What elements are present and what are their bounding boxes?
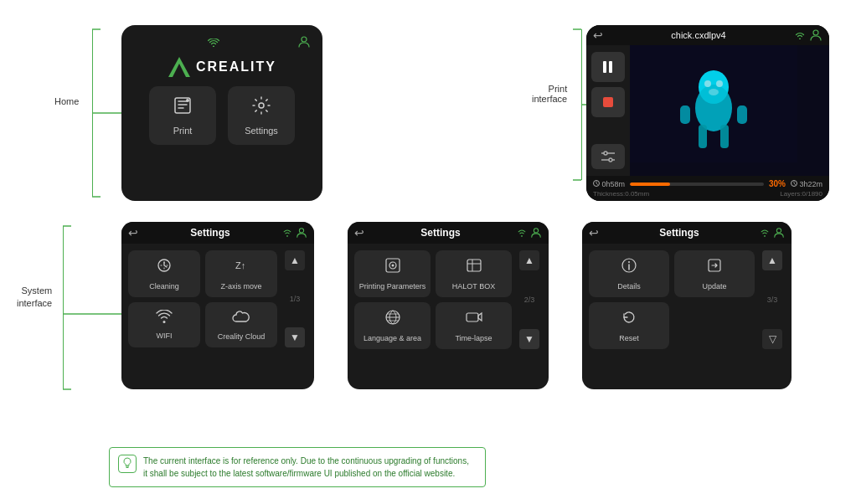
- svg-rect-42: [467, 260, 481, 271]
- settings-screen-1: ↩ Settings: [121, 222, 314, 389]
- settings-1-down-arrow[interactable]: ▼: [285, 327, 305, 347]
- settings-1-header: ↩ Settings: [121, 222, 314, 244]
- svg-text:Z↑: Z↑: [235, 260, 245, 270]
- print-icon: [173, 95, 193, 121]
- settings-screen-3: ↩ Settings: [582, 222, 792, 389]
- wifi-label: WIFI: [157, 332, 173, 340]
- settings-2-back-icon[interactable]: ↩: [354, 226, 364, 239]
- wifi-button[interactable]: WIFI: [128, 302, 200, 347]
- svg-point-17: [259, 103, 264, 108]
- print-top-icons: [794, 28, 822, 42]
- svg-rect-5: [581, 29, 582, 180]
- update-label: Update: [702, 282, 726, 291]
- home-wifi-icon: [208, 39, 219, 49]
- pause-icon: [603, 61, 613, 73]
- svg-point-32: [709, 89, 719, 95]
- wifi-settings-icon: [156, 310, 173, 327]
- settings-1-body: Cleaning Z↑ Z-axis move: [121, 244, 314, 354]
- settings-1-up-arrow[interactable]: ▲: [285, 250, 305, 270]
- print-back-icon[interactable]: ↩: [593, 28, 603, 42]
- settings-3-down-arrow[interactable]: ▽: [762, 329, 782, 349]
- model-preview: [630, 45, 797, 162]
- halot-box-label: HALOT BOX: [452, 282, 495, 291]
- settings-3-body: Details Update: [582, 244, 792, 356]
- thickness-info: Thickness:0.05mm: [593, 190, 649, 198]
- creality-cloud-button[interactable]: Creality Cloud: [205, 302, 277, 347]
- home-label: Home: [54, 96, 79, 106]
- settings-1-icons: [282, 227, 307, 239]
- logo-text: CREALITY: [196, 59, 276, 75]
- creality-cloud-label: Creality Cloud: [218, 332, 266, 341]
- progress-bar: [630, 183, 764, 186]
- svg-point-53: [628, 261, 630, 263]
- svg-rect-49: [467, 313, 478, 321]
- settings-2-grid: Printing Parameters HALOT BOX: [354, 250, 512, 349]
- language-button[interactable]: Language & area: [354, 302, 431, 349]
- halot-box-button[interactable]: HALOT BOX: [436, 250, 512, 297]
- home-user-icon: [297, 35, 311, 51]
- clock-icon: [593, 180, 600, 187]
- svg-rect-27: [720, 125, 729, 148]
- svg-point-35: [299, 229, 303, 233]
- settings-button-label: Settings: [245, 126, 278, 136]
- home-top-bar: [130, 33, 314, 53]
- settings-3-up-arrow[interactable]: ▲: [762, 250, 782, 270]
- reset-icon: [621, 309, 637, 330]
- notice-lightbulb-icon: [121, 457, 133, 471]
- settings-3-page: 3/3: [767, 296, 778, 304]
- print-screen: ↩ chick.cxdlpv4: [586, 25, 829, 201]
- stop-button[interactable]: [591, 87, 625, 117]
- svg-point-38: [534, 229, 538, 233]
- home-screen: CREALITY Print: [121, 25, 322, 201]
- svg-rect-1: [92, 29, 93, 197]
- settings-3-header: ↩ Settings: [582, 222, 792, 244]
- creality-logo: CREALITY: [168, 56, 276, 78]
- svg-point-30: [704, 80, 711, 87]
- svg-point-41: [391, 265, 394, 267]
- z-axis-button[interactable]: Z↑ Z-axis move: [205, 250, 277, 297]
- print-top-bar: ↩ chick.cxdlpv4: [586, 25, 829, 45]
- settings-2-icons: [517, 227, 542, 239]
- svg-rect-9: [63, 226, 64, 389]
- print-button[interactable]: Print: [149, 86, 216, 145]
- svg-point-22: [609, 158, 612, 162]
- language-label: Language & area: [364, 334, 421, 342]
- progress-percent: 30%: [769, 179, 786, 188]
- cleaning-icon: [156, 257, 173, 278]
- update-button[interactable]: Update: [674, 250, 755, 297]
- print-preview: [630, 45, 829, 176]
- svg-rect-26: [699, 125, 707, 148]
- svg-point-50: [776, 229, 781, 233]
- reset-button[interactable]: Reset: [589, 302, 669, 349]
- settings-3-title: Settings: [599, 227, 760, 239]
- settings-button[interactable]: Settings: [228, 86, 295, 145]
- stop-icon: [603, 97, 613, 107]
- settings-screen-2: ↩ Settings: [348, 222, 549, 389]
- print-progress-row: 0h58m 30% 3h22m: [593, 179, 822, 188]
- cloud-icon: [232, 309, 250, 328]
- settings-3-grid: Details Update: [589, 250, 755, 349]
- halot-box-icon: [466, 257, 482, 278]
- settings-1-sidebar: ▲ 1/3 ▼: [282, 250, 307, 347]
- print-button-label: Print: [173, 126, 193, 136]
- settings-icon: [251, 95, 271, 121]
- cleaning-label: Cleaning: [149, 282, 179, 291]
- settings-3-back-icon[interactable]: ↩: [589, 226, 599, 239]
- timelapse-button[interactable]: Time-lapse: [436, 302, 512, 349]
- print-settings-button[interactable]: [591, 144, 625, 169]
- cleaning-button[interactable]: Cleaning: [128, 250, 200, 297]
- settings-1-back-icon[interactable]: ↩: [128, 226, 138, 239]
- svg-point-21: [604, 152, 607, 155]
- settings-2-down-arrow[interactable]: ▼: [519, 329, 539, 349]
- notice-icon-box: [118, 455, 137, 473]
- settings-2-title: Settings: [364, 227, 517, 239]
- settings-2-up-arrow[interactable]: ▲: [519, 250, 539, 270]
- layers-info: Layers:0/1890: [780, 190, 822, 198]
- print-interface-label: Print interface: [532, 84, 567, 104]
- details-button[interactable]: Details: [589, 250, 669, 297]
- pause-button[interactable]: [591, 52, 625, 82]
- printing-parameters-button[interactable]: Printing Parameters: [354, 250, 431, 297]
- settings-1-page: 1/3: [290, 295, 301, 303]
- notice-text: The current interface is for reference o…: [143, 455, 469, 480]
- svg-point-12: [302, 37, 307, 42]
